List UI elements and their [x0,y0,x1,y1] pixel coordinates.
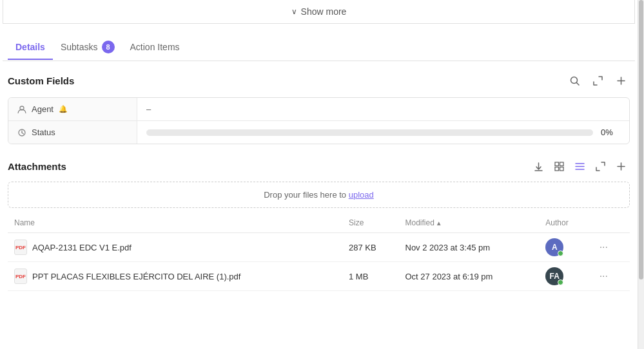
progress-label: 0% [601,127,620,137]
tabs-container: Details Subtasks 8 Action Items [3,34,635,61]
progress-track [146,129,593,136]
show-more-label: Show more [301,6,347,17]
custom-fields-title: Custom Fields [8,75,74,86]
online-badge [558,250,563,256]
field-row-agent: Agent 🔔 – [8,98,629,121]
show-more-bar[interactable]: ∨ Show more [3,0,635,24]
svg-rect-8 [555,162,559,166]
svg-rect-9 [560,162,563,166]
col-modified[interactable]: Modified ▲ [399,213,540,233]
pdf-icon: PDF [14,269,27,284]
person-icon [17,105,26,114]
download-button[interactable] [529,157,547,175]
col-author: Author [539,213,589,233]
file-author: A [539,233,589,262]
tab-action-items[interactable]: Action Items [122,35,188,60]
file-row: PDF PPT PLACAS FLEXIBLES EJÉRCITO DEL AI… [8,262,630,291]
svg-rect-11 [560,167,563,171]
author-avatar: FA [545,267,563,285]
col-size: Size [342,213,399,233]
file-more[interactable]: ··· [589,262,630,291]
author-avatar: A [545,238,563,256]
bell-icon: 🔔 [59,105,68,113]
custom-fields-actions [565,71,630,90]
status-value[interactable]: 0% [137,121,629,144]
attachments-section: Attachments [0,155,638,301]
file-size: 287 KB [342,233,399,262]
status-icon [17,128,26,137]
file-name: PPT PLACAS FLEXIBLES EJÉRCITO DEL AIRE (… [32,272,240,281]
expand-button[interactable] [589,71,607,90]
agent-value[interactable]: – [137,98,629,120]
online-badge [558,279,563,285]
file-size: 1 MB [342,262,399,291]
add-attachment-button[interactable] [612,157,630,175]
file-author: FA [539,262,589,291]
scrollbar[interactable] [638,0,644,349]
upload-link[interactable]: upload [349,190,374,200]
scrollbar-thumb[interactable] [639,0,643,279]
chevron-down-icon: ∨ [291,7,297,16]
file-modified: Oct 27 2023 at 6:19 pm [399,262,540,291]
file-modified: Nov 2 2023 at 3:45 pm [399,233,540,262]
fields-table: Agent 🔔 – Status [8,97,630,144]
tab-details[interactable]: Details [8,35,53,60]
more-options-button[interactable]: ··· [596,270,623,283]
file-name: AQAP-2131 EDC V1 E.pdf [32,243,132,252]
file-row: PDF AQAP-2131 EDC V1 E.pdf 287 KB Nov 2 … [8,233,630,262]
more-options-button[interactable]: ··· [596,241,623,254]
grid-view-button[interactable] [550,157,568,175]
pdf-icon: PDF [14,240,27,255]
file-more[interactable]: ··· [589,233,630,262]
tab-subtasks[interactable]: Subtasks 8 [53,34,122,61]
list-view-button[interactable] [571,157,589,175]
status-label: Status [8,121,137,144]
col-actions [589,213,630,233]
attachments-title: Attachments [8,161,66,172]
col-name: Name [8,213,342,233]
drop-text: Drop your files here to [264,190,346,200]
progress-bar-container: 0% [146,127,620,137]
add-field-button[interactable] [612,71,630,90]
expand-attachments-button[interactable] [591,157,609,175]
sort-asc-icon: ▲ [436,220,442,227]
custom-fields-header: Custom Fields [8,71,630,90]
files-table: Name Size Modified ▲ Author [8,213,630,291]
file-name-cell: PDF PPT PLACAS FLEXIBLES EJÉRCITO DEL AI… [8,262,342,291]
agent-label: Agent 🔔 [8,98,137,120]
search-button[interactable] [565,71,583,90]
drop-zone[interactable]: Drop your files here to upload [8,182,630,208]
file-name-cell: PDF AQAP-2131 EDC V1 E.pdf [8,233,342,262]
attachments-header: Attachments [8,157,630,175]
attachments-actions [529,157,630,175]
svg-line-1 [576,82,579,85]
field-row-status: Status 0% [8,121,629,144]
custom-fields-section: Custom Fields [0,61,638,155]
subtasks-badge: 8 [102,41,115,53]
svg-rect-10 [555,167,559,171]
